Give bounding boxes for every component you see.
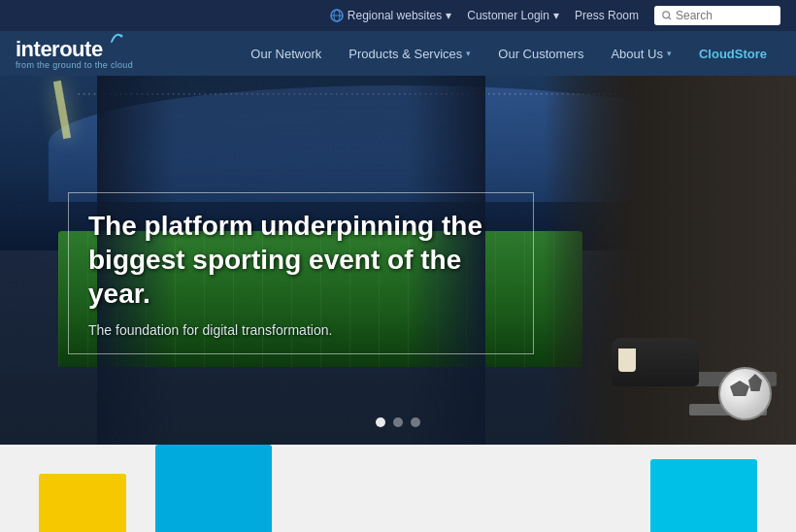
svg-point-3: [663, 12, 670, 18]
blue-block: [155, 445, 272, 532]
yellow-block: [39, 474, 126, 532]
locker-room-bg: [544, 76, 796, 445]
regional-chevron-icon: ▾: [446, 9, 451, 22]
logo-area: interoute from the ground to the cloud: [16, 37, 133, 70]
slider-dot-2[interactable]: [393, 417, 403, 427]
stadium-light-left: [53, 81, 71, 139]
bottom-section: [0, 445, 796, 532]
logo-text: interoute: [16, 37, 123, 61]
nav-about-us[interactable]: About Us ▾: [597, 31, 684, 76]
press-room-link[interactable]: Press Room: [575, 9, 639, 22]
nav-products-services[interactable]: Products & Services ▾: [335, 31, 484, 76]
hero-text-box: The platform underpinning the biggest sp…: [68, 192, 534, 354]
nav-our-network[interactable]: Our Network: [237, 31, 335, 76]
about-chevron-icon: ▾: [667, 49, 672, 58]
search-input[interactable]: [676, 9, 773, 22]
main-nav-bar: interoute from the ground to the cloud O…: [0, 31, 796, 76]
search-box: [654, 6, 780, 25]
hero-subtext: The foundation for digital transformatio…: [88, 322, 514, 338]
soccer-ball: [718, 367, 772, 420]
nav-cloudstore[interactable]: CloudStore: [685, 31, 780, 76]
main-nav: Our Network Products & Services ▾ Our Cu…: [156, 31, 780, 76]
cup: [618, 349, 636, 372]
top-utility-bar: Regional websites ▾ Customer Login ▾ Pre…: [0, 0, 796, 31]
light-blue-block: [650, 459, 757, 532]
search-icon: [662, 10, 672, 21]
customer-login-link[interactable]: Customer Login ▾: [467, 9, 559, 22]
hero-section: ●●●●●●●●●●●●●●●●●●●●●●●●●●●●●●●●●●●●●●●●…: [0, 76, 796, 445]
products-chevron-icon: ▾: [466, 49, 471, 58]
logo-tagline: from the ground to the cloud: [16, 60, 133, 70]
slider-dot-1[interactable]: [376, 417, 385, 427]
logo-arc-icon: [108, 30, 123, 46]
hero-headline: The platform underpinning the biggest sp…: [88, 209, 514, 311]
nav-our-customers[interactable]: Our Customers: [484, 31, 597, 76]
logo[interactable]: interoute from the ground to the cloud: [16, 37, 133, 70]
svg-line-4: [669, 17, 672, 20]
slider-dots: [376, 417, 420, 427]
regional-websites-link[interactable]: Regional websites ▾: [330, 9, 451, 22]
globe-icon: [330, 9, 344, 22]
login-chevron-icon: ▾: [553, 9, 559, 22]
slider-dot-3[interactable]: [411, 417, 420, 427]
svg-point-5: [120, 34, 123, 37]
